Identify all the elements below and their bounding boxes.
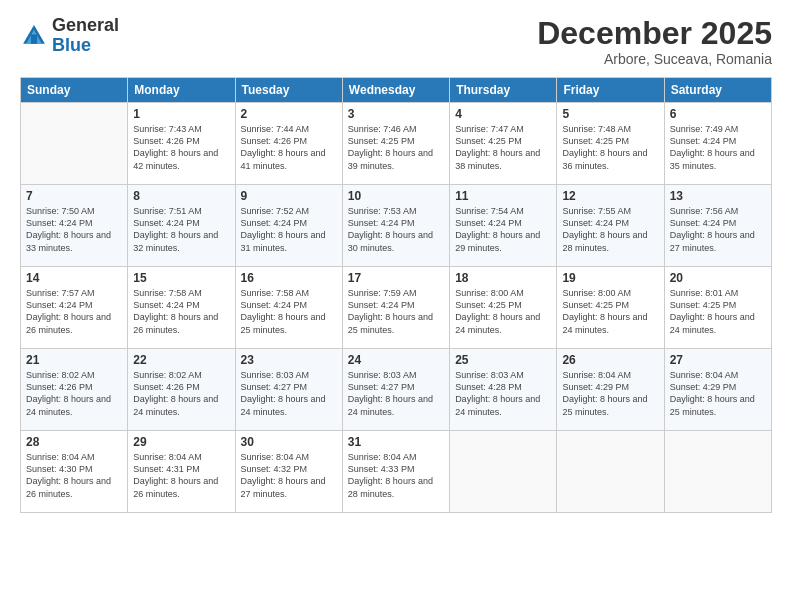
header: General Blue December 2025 Arbore, Sucea…	[20, 16, 772, 67]
day-cell: 5 Sunrise: 7:48 AMSunset: 4:25 PMDayligh…	[557, 103, 664, 185]
title-block: December 2025 Arbore, Suceava, Romania	[537, 16, 772, 67]
day-info: Sunrise: 7:55 AMSunset: 4:24 PMDaylight:…	[562, 205, 658, 254]
day-info: Sunrise: 8:03 AMSunset: 4:27 PMDaylight:…	[241, 369, 337, 418]
day-cell: 24 Sunrise: 8:03 AMSunset: 4:27 PMDaylig…	[342, 349, 449, 431]
col-monday: Monday	[128, 78, 235, 103]
day-number: 23	[241, 353, 337, 367]
day-cell	[21, 103, 128, 185]
day-info: Sunrise: 7:46 AMSunset: 4:25 PMDaylight:…	[348, 123, 444, 172]
day-cell: 9 Sunrise: 7:52 AMSunset: 4:24 PMDayligh…	[235, 185, 342, 267]
col-thursday: Thursday	[450, 78, 557, 103]
day-cell: 2 Sunrise: 7:44 AMSunset: 4:26 PMDayligh…	[235, 103, 342, 185]
day-info: Sunrise: 8:00 AMSunset: 4:25 PMDaylight:…	[562, 287, 658, 336]
day-cell	[450, 431, 557, 513]
day-info: Sunrise: 7:52 AMSunset: 4:24 PMDaylight:…	[241, 205, 337, 254]
day-cell: 25 Sunrise: 8:03 AMSunset: 4:28 PMDaylig…	[450, 349, 557, 431]
day-cell: 16 Sunrise: 7:58 AMSunset: 4:24 PMDaylig…	[235, 267, 342, 349]
day-info: Sunrise: 7:53 AMSunset: 4:24 PMDaylight:…	[348, 205, 444, 254]
day-info: Sunrise: 8:00 AMSunset: 4:25 PMDaylight:…	[455, 287, 551, 336]
day-cell: 8 Sunrise: 7:51 AMSunset: 4:24 PMDayligh…	[128, 185, 235, 267]
day-cell: 30 Sunrise: 8:04 AMSunset: 4:32 PMDaylig…	[235, 431, 342, 513]
logo: General Blue	[20, 16, 119, 56]
day-info: Sunrise: 7:43 AMSunset: 4:26 PMDaylight:…	[133, 123, 229, 172]
day-number: 9	[241, 189, 337, 203]
day-info: Sunrise: 8:01 AMSunset: 4:25 PMDaylight:…	[670, 287, 766, 336]
calendar-table: Sunday Monday Tuesday Wednesday Thursday…	[20, 77, 772, 513]
day-cell: 28 Sunrise: 8:04 AMSunset: 4:30 PMDaylig…	[21, 431, 128, 513]
day-cell: 29 Sunrise: 8:04 AMSunset: 4:31 PMDaylig…	[128, 431, 235, 513]
day-number: 25	[455, 353, 551, 367]
day-info: Sunrise: 8:04 AMSunset: 4:33 PMDaylight:…	[348, 451, 444, 500]
day-cell: 26 Sunrise: 8:04 AMSunset: 4:29 PMDaylig…	[557, 349, 664, 431]
day-number: 21	[26, 353, 122, 367]
day-info: Sunrise: 7:57 AMSunset: 4:24 PMDaylight:…	[26, 287, 122, 336]
day-cell: 18 Sunrise: 8:00 AMSunset: 4:25 PMDaylig…	[450, 267, 557, 349]
logo-blue-text: Blue	[52, 35, 91, 55]
day-cell: 1 Sunrise: 7:43 AMSunset: 4:26 PMDayligh…	[128, 103, 235, 185]
day-number: 11	[455, 189, 551, 203]
day-number: 31	[348, 435, 444, 449]
week-row-5: 28 Sunrise: 8:04 AMSunset: 4:30 PMDaylig…	[21, 431, 772, 513]
day-info: Sunrise: 8:03 AMSunset: 4:27 PMDaylight:…	[348, 369, 444, 418]
day-number: 8	[133, 189, 229, 203]
day-cell: 13 Sunrise: 7:56 AMSunset: 4:24 PMDaylig…	[664, 185, 771, 267]
day-info: Sunrise: 7:58 AMSunset: 4:24 PMDaylight:…	[241, 287, 337, 336]
page: General Blue December 2025 Arbore, Sucea…	[0, 0, 792, 612]
day-info: Sunrise: 7:54 AMSunset: 4:24 PMDaylight:…	[455, 205, 551, 254]
day-cell: 20 Sunrise: 8:01 AMSunset: 4:25 PMDaylig…	[664, 267, 771, 349]
day-info: Sunrise: 7:48 AMSunset: 4:25 PMDaylight:…	[562, 123, 658, 172]
svg-rect-2	[31, 34, 37, 43]
day-info: Sunrise: 8:02 AMSunset: 4:26 PMDaylight:…	[26, 369, 122, 418]
day-number: 19	[562, 271, 658, 285]
day-number: 20	[670, 271, 766, 285]
day-number: 12	[562, 189, 658, 203]
day-cell: 19 Sunrise: 8:00 AMSunset: 4:25 PMDaylig…	[557, 267, 664, 349]
day-number: 10	[348, 189, 444, 203]
day-number: 1	[133, 107, 229, 121]
day-number: 7	[26, 189, 122, 203]
day-cell: 12 Sunrise: 7:55 AMSunset: 4:24 PMDaylig…	[557, 185, 664, 267]
day-number: 17	[348, 271, 444, 285]
day-info: Sunrise: 7:58 AMSunset: 4:24 PMDaylight:…	[133, 287, 229, 336]
day-cell: 23 Sunrise: 8:03 AMSunset: 4:27 PMDaylig…	[235, 349, 342, 431]
week-row-1: 1 Sunrise: 7:43 AMSunset: 4:26 PMDayligh…	[21, 103, 772, 185]
location: Arbore, Suceava, Romania	[537, 51, 772, 67]
day-cell: 22 Sunrise: 8:02 AMSunset: 4:26 PMDaylig…	[128, 349, 235, 431]
logo-icon	[20, 22, 48, 50]
day-cell	[557, 431, 664, 513]
day-cell: 17 Sunrise: 7:59 AMSunset: 4:24 PMDaylig…	[342, 267, 449, 349]
day-info: Sunrise: 8:04 AMSunset: 4:29 PMDaylight:…	[670, 369, 766, 418]
day-number: 28	[26, 435, 122, 449]
day-cell: 31 Sunrise: 8:04 AMSunset: 4:33 PMDaylig…	[342, 431, 449, 513]
day-info: Sunrise: 8:04 AMSunset: 4:31 PMDaylight:…	[133, 451, 229, 500]
day-number: 4	[455, 107, 551, 121]
day-info: Sunrise: 7:49 AMSunset: 4:24 PMDaylight:…	[670, 123, 766, 172]
day-cell: 7 Sunrise: 7:50 AMSunset: 4:24 PMDayligh…	[21, 185, 128, 267]
week-row-2: 7 Sunrise: 7:50 AMSunset: 4:24 PMDayligh…	[21, 185, 772, 267]
header-row: Sunday Monday Tuesday Wednesday Thursday…	[21, 78, 772, 103]
day-number: 3	[348, 107, 444, 121]
day-info: Sunrise: 7:44 AMSunset: 4:26 PMDaylight:…	[241, 123, 337, 172]
day-number: 14	[26, 271, 122, 285]
day-number: 16	[241, 271, 337, 285]
day-info: Sunrise: 8:04 AMSunset: 4:30 PMDaylight:…	[26, 451, 122, 500]
day-info: Sunrise: 7:51 AMSunset: 4:24 PMDaylight:…	[133, 205, 229, 254]
week-row-3: 14 Sunrise: 7:57 AMSunset: 4:24 PMDaylig…	[21, 267, 772, 349]
week-row-4: 21 Sunrise: 8:02 AMSunset: 4:26 PMDaylig…	[21, 349, 772, 431]
day-info: Sunrise: 7:56 AMSunset: 4:24 PMDaylight:…	[670, 205, 766, 254]
day-number: 30	[241, 435, 337, 449]
day-info: Sunrise: 7:47 AMSunset: 4:25 PMDaylight:…	[455, 123, 551, 172]
day-cell: 15 Sunrise: 7:58 AMSunset: 4:24 PMDaylig…	[128, 267, 235, 349]
month-title: December 2025	[537, 16, 772, 51]
day-info: Sunrise: 7:50 AMSunset: 4:24 PMDaylight:…	[26, 205, 122, 254]
day-number: 27	[670, 353, 766, 367]
logo-general-text: General	[52, 15, 119, 35]
day-number: 18	[455, 271, 551, 285]
day-cell: 21 Sunrise: 8:02 AMSunset: 4:26 PMDaylig…	[21, 349, 128, 431]
day-number: 2	[241, 107, 337, 121]
day-number: 6	[670, 107, 766, 121]
day-info: Sunrise: 7:59 AMSunset: 4:24 PMDaylight:…	[348, 287, 444, 336]
day-number: 5	[562, 107, 658, 121]
day-cell: 27 Sunrise: 8:04 AMSunset: 4:29 PMDaylig…	[664, 349, 771, 431]
day-cell: 11 Sunrise: 7:54 AMSunset: 4:24 PMDaylig…	[450, 185, 557, 267]
